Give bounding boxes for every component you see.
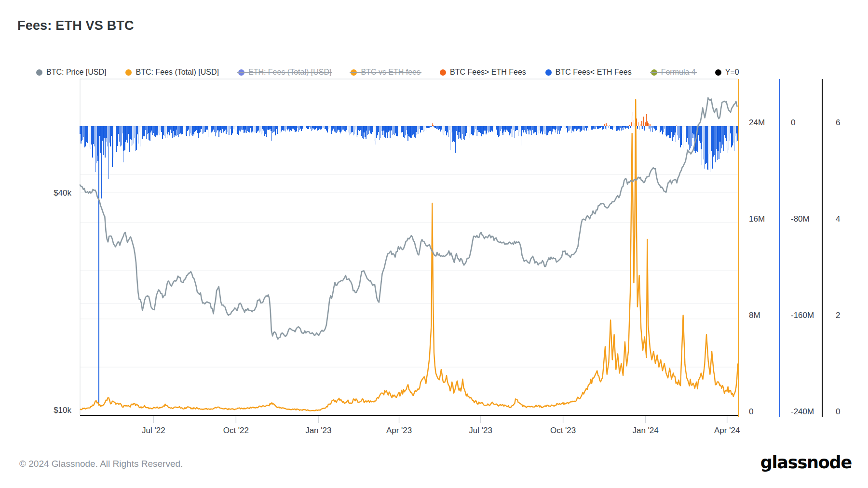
svg-text:4: 4 [836,214,840,224]
svg-text:Jan '23: Jan '23 [305,426,331,435]
glassnode-logo[interactable]: glassnode [760,453,852,472]
svg-text:$10k: $10k [54,406,71,415]
svg-text:Jan '24: Jan '24 [632,426,658,435]
svg-text:-240M: -240M [791,407,814,416]
series-btc-fees-line [80,100,738,411]
svg-text:-160M: -160M [791,311,814,320]
svg-text:0: 0 [749,407,753,416]
gridlines [80,126,738,367]
svg-text:0: 0 [836,407,840,416]
series-btc-fees-less-than-eth-bars [80,126,738,403]
svg-text:2: 2 [836,311,840,320]
svg-text:8M: 8M [749,311,760,320]
fees-chart[interactable]: $40k$10k24M0616M-80M48M-160M20-240M0Jul … [0,0,868,488]
svg-text:0: 0 [791,118,795,127]
svg-text:Jul '22: Jul '22 [142,426,165,435]
svg-text:$40k: $40k [54,188,71,198]
series-btc-fees-greater-than-eth-bars [432,112,678,127]
svg-text:Apr '24: Apr '24 [714,426,740,435]
svg-text:Oct '23: Oct '23 [550,426,576,435]
svg-text:6: 6 [836,118,840,127]
svg-text:Apr '23: Apr '23 [386,426,412,435]
svg-text:24M: 24M [749,118,765,127]
svg-text:-80M: -80M [791,214,810,224]
svg-text:Oct '22: Oct '22 [223,426,249,435]
glassnode-chart-page: Fees: ETH VS BTC BTC: Price [USD]BTC: Fe… [0,0,868,488]
svg-text:16M: 16M [749,214,765,224]
copyright-text: © 2024 Glassnode. All Rights Reserved. [19,459,183,469]
svg-text:Jul '23: Jul '23 [469,426,492,435]
